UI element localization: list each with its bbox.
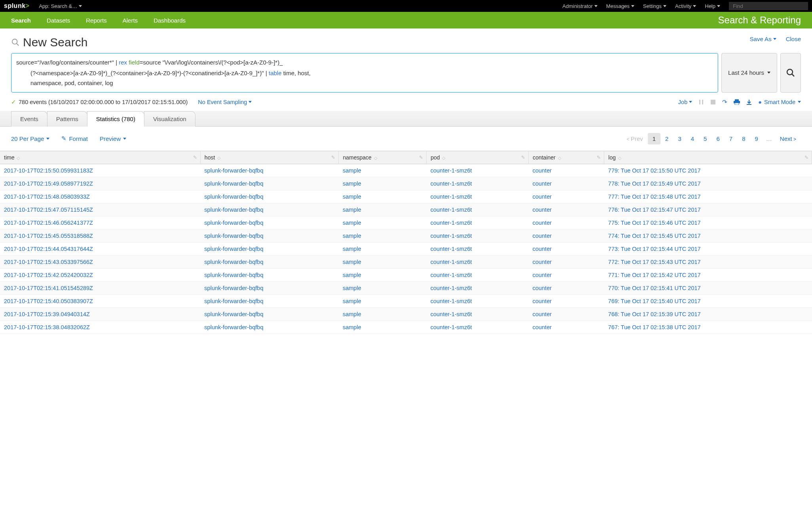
event-sampling-dropdown[interactable]: No Event Sampling — [198, 99, 252, 105]
cell-pod[interactable]: counter-1-smz6t — [427, 164, 529, 177]
cell-host[interactable]: splunk-forwarder-bqfbq — [200, 229, 339, 242]
per-page-dropdown[interactable]: 20 Per Page — [11, 135, 49, 142]
cell-namespace[interactable]: sample — [339, 203, 427, 216]
cell-time[interactable]: 2017-10-17T02:15:46.056241377Z — [0, 216, 200, 229]
pencil-icon[interactable]: ✎ — [521, 155, 525, 160]
column-header-pod[interactable]: pod ◇✎ — [427, 151, 529, 164]
cell-pod[interactable]: counter-1-smz6t — [427, 190, 529, 203]
cell-log[interactable]: 773: Tue Oct 17 02:15:44 UTC 2017 — [604, 242, 812, 255]
pencil-icon[interactable]: ✎ — [419, 155, 423, 160]
cell-namespace[interactable]: sample — [339, 268, 427, 281]
cell-time[interactable]: 2017-10-17T02:15:48.05803933Z — [0, 190, 200, 203]
cell-host[interactable]: splunk-forwarder-bqfbq — [200, 177, 339, 190]
pause-icon[interactable] — [698, 99, 704, 105]
cell-pod[interactable]: counter-1-smz6t — [427, 294, 529, 307]
column-header-host[interactable]: host ◇✎ — [200, 151, 339, 164]
cell-log[interactable]: 777: Tue Oct 17 02:15:48 UTC 2017 — [604, 190, 812, 203]
cell-namespace[interactable]: sample — [339, 216, 427, 229]
print-icon[interactable] — [734, 99, 740, 105]
pencil-icon[interactable]: ✎ — [804, 155, 808, 160]
column-header-log[interactable]: log ◇✎ — [604, 151, 812, 164]
pager-page[interactable]: 2 — [660, 133, 673, 144]
cell-host[interactable]: splunk-forwarder-bqfbq — [200, 203, 339, 216]
smart-mode-dropdown[interactable]: ● Smart Mode — [758, 99, 801, 105]
cell-time[interactable]: 2017-10-17T02:15:50.059931183Z — [0, 164, 200, 177]
cell-container[interactable]: counter — [529, 177, 604, 190]
tab-patterns[interactable]: Patterns — [47, 111, 87, 127]
cell-host[interactable]: splunk-forwarder-bqfbq — [200, 242, 339, 255]
cell-container[interactable]: counter — [529, 242, 604, 255]
cell-namespace[interactable]: sample — [339, 255, 427, 268]
cell-container[interactable]: counter — [529, 229, 604, 242]
cell-log[interactable]: 774: Tue Oct 17 02:15:45 UTC 2017 — [604, 229, 812, 242]
menu-messages[interactable]: Messages — [606, 3, 634, 9]
cell-time[interactable]: 2017-10-17T02:15:40.050383907Z — [0, 294, 200, 307]
format-dropdown[interactable]: ✎Format — [61, 135, 88, 142]
pager-prev[interactable]: < Prev — [622, 133, 648, 144]
cell-container[interactable]: counter — [529, 268, 604, 281]
pager-page[interactable]: 6 — [711, 133, 724, 144]
close-button[interactable]: Close — [786, 36, 801, 42]
cell-namespace[interactable]: sample — [339, 190, 427, 203]
cell-log[interactable]: 769: Tue Oct 17 02:15:40 UTC 2017 — [604, 294, 812, 307]
tab-visualization[interactable]: Visualization — [144, 111, 195, 127]
cell-pod[interactable]: counter-1-smz6t — [427, 177, 529, 190]
cell-time[interactable]: 2017-10-17T02:15:45.055318588Z — [0, 229, 200, 242]
cell-container[interactable]: counter — [529, 294, 604, 307]
job-dropdown[interactable]: Job — [678, 99, 692, 105]
cell-time[interactable]: 2017-10-17T02:15:41.051545289Z — [0, 281, 200, 294]
cell-host[interactable]: splunk-forwarder-bqfbq — [200, 164, 339, 177]
cell-log[interactable]: 775: Tue Oct 17 02:15:46 UTC 2017 — [604, 216, 812, 229]
cell-host[interactable]: splunk-forwarder-bqfbq — [200, 281, 339, 294]
nav-alerts[interactable]: Alerts — [123, 17, 138, 24]
pager-page[interactable]: 3 — [673, 133, 686, 144]
cell-pod[interactable]: counter-1-smz6t — [427, 203, 529, 216]
cell-container[interactable]: counter — [529, 216, 604, 229]
cell-container[interactable]: counter — [529, 307, 604, 321]
cell-log[interactable]: 768: Tue Oct 17 02:15:39 UTC 2017 — [604, 307, 812, 321]
pencil-icon[interactable]: ✎ — [597, 155, 601, 160]
cell-host[interactable]: splunk-forwarder-bqfbq — [200, 307, 339, 321]
pager-page[interactable]: 9 — [750, 133, 763, 144]
cell-host[interactable]: splunk-forwarder-bqfbq — [200, 294, 339, 307]
cell-host[interactable]: splunk-forwarder-bqfbq — [200, 190, 339, 203]
cell-time[interactable]: 2017-10-17T02:15:49.058977192Z — [0, 177, 200, 190]
download-icon[interactable] — [746, 99, 752, 105]
pager-page[interactable]: 5 — [699, 133, 711, 144]
cell-pod[interactable]: counter-1-smz6t — [427, 307, 529, 321]
cell-container[interactable]: counter — [529, 164, 604, 177]
cell-pod[interactable]: counter-1-smz6t — [427, 242, 529, 255]
menu-help[interactable]: Help — [705, 3, 720, 9]
cell-log[interactable]: 776: Tue Oct 17 02:15:47 UTC 2017 — [604, 203, 812, 216]
pager-page[interactable]: 7 — [725, 133, 737, 144]
nav-reports[interactable]: Reports — [86, 17, 107, 24]
cell-pod[interactable]: counter-1-smz6t — [427, 321, 529, 334]
pencil-icon[interactable]: ✎ — [331, 155, 335, 160]
cell-namespace[interactable]: sample — [339, 242, 427, 255]
find-input[interactable] — [729, 2, 808, 10]
cell-host[interactable]: splunk-forwarder-bqfbq — [200, 268, 339, 281]
stop-icon[interactable] — [710, 99, 716, 105]
cell-namespace[interactable]: sample — [339, 177, 427, 190]
share-icon[interactable]: ↷ — [722, 99, 727, 105]
cell-container[interactable]: counter — [529, 255, 604, 268]
pager-page[interactable]: 8 — [737, 133, 750, 144]
cell-time[interactable]: 2017-10-17T02:15:43.053397566Z — [0, 255, 200, 268]
cell-container[interactable]: counter — [529, 321, 604, 334]
cell-log[interactable]: 778: Tue Oct 17 02:15:49 UTC 2017 — [604, 177, 812, 190]
run-search-button[interactable] — [780, 53, 801, 93]
cell-pod[interactable]: counter-1-smz6t — [427, 255, 529, 268]
column-header-container[interactable]: container ◇✎ — [529, 151, 604, 164]
cell-namespace[interactable]: sample — [339, 281, 427, 294]
cell-pod[interactable]: counter-1-smz6t — [427, 229, 529, 242]
cell-log[interactable]: 767: Tue Oct 17 02:15:38 UTC 2017 — [604, 321, 812, 334]
nav-datasets[interactable]: Datasets — [47, 17, 70, 24]
nav-search[interactable]: Search — [11, 17, 31, 24]
nav-dashboards[interactable]: Dashboards — [154, 17, 186, 24]
cell-time[interactable]: 2017-10-17T02:15:44.054317644Z — [0, 242, 200, 255]
menu-activity[interactable]: Activity — [675, 3, 696, 9]
cell-namespace[interactable]: sample — [339, 229, 427, 242]
cell-host[interactable]: splunk-forwarder-bqfbq — [200, 216, 339, 229]
cell-namespace[interactable]: sample — [339, 294, 427, 307]
cell-pod[interactable]: counter-1-smz6t — [427, 281, 529, 294]
